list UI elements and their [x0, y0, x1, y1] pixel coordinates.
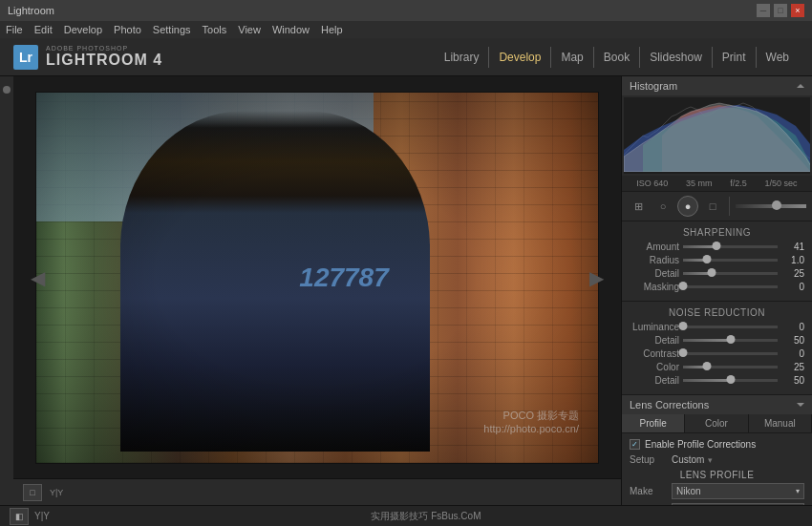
focal-label: 35 mm [686, 179, 713, 188]
contrast-slider[interactable] [683, 352, 778, 355]
contrast-handle[interactable] [679, 348, 688, 357]
tab-book[interactable]: Book [593, 47, 639, 68]
bottom-view-button[interactable]: ◧ [10, 508, 29, 525]
color-value: 25 [781, 362, 804, 372]
tab-map[interactable]: Map [550, 47, 592, 68]
tab-print[interactable]: Print [712, 47, 756, 68]
luminance-slider[interactable] [683, 326, 778, 328]
sharpening-section: Sharpening Amount 41 Radius [622, 221, 812, 302]
menu-help[interactable]: Help [321, 24, 343, 35]
setup-control: Custom ▾ [672, 454, 804, 465]
color-handle[interactable] [702, 362, 711, 370]
enable-profile-checkbox[interactable]: ✓ [630, 439, 640, 450]
radius-label: Radius [630, 255, 679, 265]
color-slider[interactable] [683, 366, 778, 368]
lum-detail-label: Detail [630, 335, 679, 346]
exposure-slider-handle[interactable] [772, 200, 781, 210]
radius-slider[interactable] [683, 259, 778, 262]
amount-row: Amount 41 [630, 242, 804, 252]
make-dropdown[interactable]: Nikon ▾ [672, 483, 804, 499]
menu-photo[interactable]: Photo [114, 24, 141, 35]
make-label: Make [630, 486, 668, 496]
redeye-tool[interactable]: ● [677, 196, 698, 217]
tab-web[interactable]: Web [756, 47, 799, 68]
radius-handle[interactable] [702, 255, 711, 263]
tab-slideshow[interactable]: Slideshow [639, 47, 712, 68]
lens-corrections-title: Lens Corrections [630, 399, 709, 410]
amount-handle[interactable] [712, 242, 720, 250]
detail-sharp-slider[interactable] [683, 272, 778, 275]
spot-tool[interactable]: ○ [652, 196, 673, 217]
color-label: Color [630, 362, 679, 372]
tab-develop[interactable]: Develop [488, 47, 550, 68]
minimize-button[interactable]: ─ [757, 4, 770, 17]
make-dropdown-icon: ▾ [796, 487, 800, 495]
brush-tool[interactable]: □ [702, 196, 723, 217]
color-row: Color 25 [630, 362, 804, 372]
zoom-label: Y|Y [50, 488, 63, 497]
amount-slider[interactable] [683, 245, 778, 248]
menu-develop[interactable]: Develop [64, 24, 102, 35]
contrast-value: 0 [781, 348, 804, 359]
make-value: Nikon [676, 486, 701, 496]
aperture-label: f/2.5 [730, 179, 747, 188]
luminance-value: 0 [781, 322, 804, 332]
maximize-button[interactable]: □ [774, 4, 787, 17]
lens-corrections-section: Lens Corrections Profile Color Manual ✓ … [622, 395, 812, 505]
setup-value: Custom [672, 454, 704, 465]
prev-photo-button[interactable]: ◀ [31, 266, 45, 289]
model-dropdown[interactable]: Nikon AF-S DX NIKKOR 35mm... ▾ [672, 503, 804, 505]
histogram-header[interactable]: Histogram [622, 76, 812, 95]
left-panel-toggle[interactable] [3, 86, 11, 94]
masking-slider[interactable] [683, 285, 778, 288]
menu-file[interactable]: File [6, 24, 23, 35]
shutter-label: 1/50 sec [765, 179, 798, 188]
next-photo-button[interactable]: ▶ [589, 266, 604, 289]
adobe-label: ADOBE PHOTOSHOP [46, 45, 162, 52]
title-bar: Lightroom ─ □ × [0, 0, 812, 21]
window-controls[interactable]: ─ □ × [757, 4, 804, 17]
menu-settings[interactable]: Settings [153, 24, 191, 35]
lum-detail-slider[interactable] [683, 339, 778, 342]
histogram-section: Histogram ISO 640 3 [622, 76, 812, 192]
close-button[interactable]: × [791, 4, 804, 17]
bottom-left: ◧ Y|Y [10, 508, 50, 525]
masking-handle[interactable] [679, 282, 688, 290]
bottom-bar: ◧ Y|Y 实用摄影技巧 FsBus.CoM [0, 505, 812, 526]
amount-value: 41 [781, 242, 804, 252]
crop-tool[interactable]: ⊞ [628, 196, 649, 217]
iso-label: ISO 640 [636, 179, 668, 188]
color-detail-slider[interactable] [683, 379, 778, 382]
tab-profile[interactable]: Profile [622, 414, 685, 432]
menu-window[interactable]: Window [272, 24, 310, 35]
zoom-out-button[interactable]: □ [23, 484, 42, 501]
lens-corrections-header[interactable]: Lens Corrections [622, 395, 812, 414]
detail-sharp-handle[interactable] [707, 268, 716, 277]
app-title-block: ADOBE PHOTOSHOP LIGHTROOM 4 [46, 45, 162, 69]
color-detail-handle[interactable] [726, 375, 735, 384]
tab-color[interactable]: Color [685, 414, 748, 432]
menu-edit[interactable]: Edit [34, 24, 53, 35]
radius-value: 1.0 [781, 255, 804, 265]
luminance-handle[interactable] [679, 322, 688, 330]
detail-sharp-label: Detail [630, 268, 679, 279]
app-name-label: LIGHTROOM 4 [46, 52, 162, 69]
right-panel: Histogram ISO 640 3 [621, 76, 812, 505]
center-panel: ◀ 127787 POCO 摄影专题 http://photo.poco.cn/ [13, 76, 621, 505]
masking-value: 0 [781, 282, 804, 292]
noise-reduction-controls: Noise Reduction Luminance 0 Detail [622, 302, 812, 394]
bottom-nav-label: Y|Y [34, 511, 50, 521]
tab-manual[interactable]: Manual [749, 414, 812, 432]
exposure-slider-track[interactable] [736, 204, 806, 208]
tab-library[interactable]: Library [435, 47, 489, 68]
photo-container: ◀ 127787 POCO 摄影专题 http://photo.poco.cn/ [13, 76, 621, 478]
histogram-info: ISO 640 35 mm f/2.5 1/50 sec [622, 176, 812, 191]
menu-view[interactable]: View [238, 24, 261, 35]
setup-row: Setup Custom ▾ [630, 454, 804, 465]
lum-detail-row: Detail 50 [630, 335, 804, 346]
enable-profile-label: Enable Profile Corrections [645, 439, 756, 450]
menu-tools[interactable]: Tools [203, 24, 227, 35]
make-row: Make Nikon ▾ [630, 483, 804, 499]
color-detail-row: Detail 50 [630, 375, 804, 386]
lum-detail-handle[interactable] [726, 335, 735, 344]
